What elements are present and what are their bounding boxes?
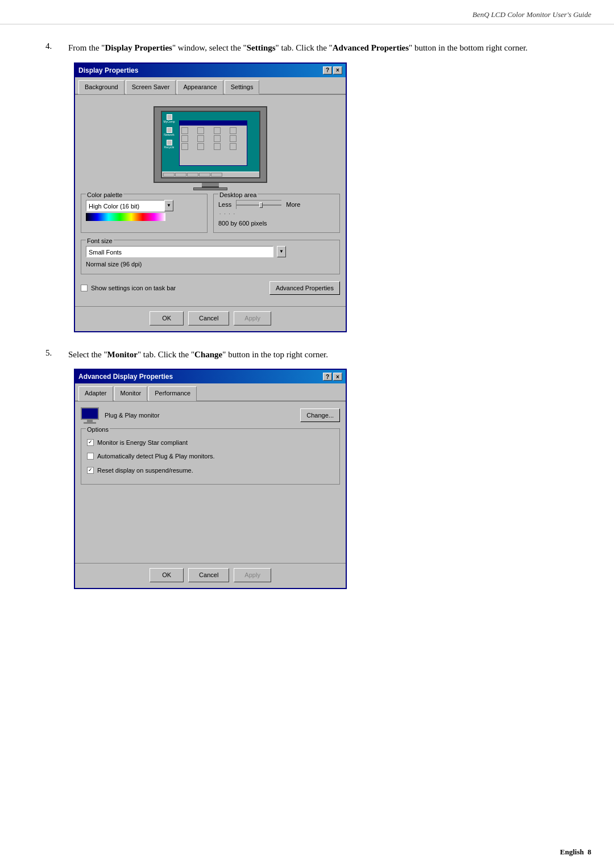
- dialog2-body: Plug & Play monitor Change... Options ✓ …: [75, 402, 346, 564]
- check-mark-3: ✓: [88, 466, 93, 474]
- font-size-arrow[interactable]: ▼: [277, 246, 286, 257]
- dialog2-cancel-button[interactable]: Cancel: [188, 568, 229, 582]
- dialog2-apply-button[interactable]: Apply: [234, 568, 271, 582]
- option-3-row: ✓ Reset display on suspend/resume.: [87, 466, 334, 475]
- empty-space: [81, 489, 340, 557]
- desktop-area-group: Desktop area Less More ·: [213, 194, 340, 233]
- step-4-text: From the "Display Properties" window, se…: [68, 41, 580, 332]
- step-4: 4. From the "Display Properties" window,…: [45, 41, 580, 332]
- desktop-area-row: Less More: [218, 200, 335, 210]
- dialog2-ok-button[interactable]: OK: [150, 568, 184, 582]
- color-palette-arrow[interactable]: ▼: [164, 200, 173, 211]
- start-btn: [163, 173, 175, 177]
- dialog2-titlebar: Advanced Display Properties ? ×: [75, 370, 346, 383]
- monitor-preview: MyComp Network: [81, 101, 340, 194]
- icon-label3: Recycle: [164, 145, 175, 150]
- monitor-screen-icon: [81, 407, 99, 420]
- taskbar-btn-3: [199, 173, 210, 177]
- icon-img: [167, 114, 172, 120]
- dialog2-title-buttons: ? ×: [323, 373, 342, 381]
- less-label: Less: [218, 200, 231, 210]
- dialog1-apply-button[interactable]: Apply: [234, 311, 271, 326]
- monitor-casing: MyComp Network: [154, 106, 267, 183]
- color-select-wrapper: High Color (16 bit) ▼: [86, 200, 173, 211]
- monitor-row: Plug & Play monitor Change...: [81, 407, 340, 424]
- taskbar-btn-4: [211, 173, 222, 177]
- monitor-icon-wrapper: [81, 407, 99, 424]
- footer-text: English: [560, 848, 584, 856]
- tab-settings[interactable]: Settings: [225, 80, 260, 95]
- tab-performance[interactable]: Performance: [148, 386, 197, 401]
- pixels-text: 800 by 600 pixels: [218, 219, 335, 228]
- desktop-icons: MyComp Network: [164, 114, 175, 150]
- mini-icon-9: [181, 143, 188, 150]
- color-palette-select[interactable]: High Color (16 bit): [86, 200, 165, 211]
- dialog2-help-button[interactable]: ?: [323, 373, 332, 381]
- dialog1-help-button[interactable]: ?: [323, 66, 332, 74]
- option-1-label: Monitor is Energy Star compliant: [97, 438, 188, 448]
- mini-icon-10: [197, 143, 204, 150]
- step-4-number: 4.: [45, 41, 68, 332]
- step-5-number: 5.: [45, 348, 68, 589]
- dialog2-close-button[interactable]: ×: [333, 373, 342, 381]
- dialog1-title-buttons: ? ×: [323, 66, 342, 74]
- taskbar-btn-1: [175, 173, 186, 177]
- option-3-checkbox[interactable]: ✓: [87, 467, 94, 474]
- dialog1-close-button[interactable]: ×: [333, 66, 342, 74]
- dialog1-tabs: Background Screen Saver Appearance Setti…: [75, 77, 346, 95]
- tab-appearance[interactable]: Appearance: [177, 80, 223, 95]
- desktop-icon-1: MyComp: [164, 114, 175, 124]
- resolution-slider[interactable]: [236, 200, 281, 209]
- slider-thumb: [259, 202, 263, 208]
- dialog1-cancel-button[interactable]: Cancel: [188, 311, 229, 326]
- settings-row: Color palette High Color (16 bit) ▼: [81, 194, 340, 236]
- tab-screensaver[interactable]: Screen Saver: [126, 80, 176, 95]
- screen-desktop: MyComp Network: [162, 112, 259, 177]
- display-properties-dialog: Display Properties ? × Background Screen…: [74, 62, 347, 332]
- monitor-icon-base: [84, 422, 96, 424]
- dialog2-footer: OK Cancel Apply: [75, 563, 346, 588]
- mini-window: [179, 120, 247, 166]
- font-size-select[interactable]: Small Fonts: [86, 246, 273, 257]
- tab-background[interactable]: Background: [78, 80, 125, 95]
- icon-label2: Network: [164, 133, 174, 137]
- dialog1-titlebar: Display Properties ? ×: [75, 64, 346, 77]
- option-1-row: ✓ Monitor is Energy Star compliant: [87, 438, 334, 448]
- monitor-outer: MyComp Network: [154, 106, 267, 190]
- dialog1-ok-button[interactable]: OK: [150, 311, 184, 326]
- check-mark-1: ✓: [88, 439, 93, 446]
- advanced-properties-button[interactable]: Advanced Properties: [269, 281, 340, 295]
- mini-icon-2: [197, 127, 204, 134]
- monitor-info: Plug & Play monitor: [81, 407, 160, 424]
- font-size-group: Font size Small Fonts ▼ Normal size (96 …: [81, 240, 340, 274]
- step5-bold1: Monitor: [107, 350, 138, 359]
- mini-icon-4: [230, 127, 237, 134]
- color-palette-label: Color palette: [86, 190, 123, 200]
- option-1-checkbox[interactable]: ✓: [87, 439, 94, 446]
- change-button[interactable]: Change...: [300, 408, 340, 423]
- icon-img2: [167, 127, 172, 133]
- footer-page: 8: [588, 848, 592, 856]
- option-2-checkbox[interactable]: [87, 453, 94, 460]
- taskbar-btn-2: [187, 173, 198, 177]
- color-palette-row: High Color (16 bit) ▼: [86, 200, 202, 211]
- mini-icon-11: [214, 143, 221, 150]
- option-3-label: Reset display on suspend/resume.: [97, 466, 193, 475]
- tab-adapter[interactable]: Adapter: [78, 386, 113, 401]
- page-footer: English 8: [560, 848, 591, 857]
- color-palette-group: Color palette High Color (16 bit) ▼: [81, 194, 208, 233]
- dialog1-title: Display Properties: [78, 65, 138, 76]
- tab-monitor[interactable]: Monitor: [114, 386, 148, 401]
- step-5-text: Select the "Monitor" tab. Click the "Cha…: [68, 348, 580, 589]
- step5-bold2: Change: [194, 350, 222, 359]
- show-settings-checkbox[interactable]: [81, 285, 88, 291]
- show-settings-label: Show settings icon on task bar: [91, 283, 176, 293]
- page-header: BenQ LCD Color Monitor User's Guide: [0, 0, 614, 24]
- dialog1-footer: OK Cancel Apply: [75, 306, 346, 331]
- font-size-note: Normal size (96 dpi): [86, 260, 335, 269]
- monitor-screen: MyComp Network: [161, 111, 260, 178]
- show-settings-row: Show settings icon on task bar: [81, 283, 176, 293]
- font-size-label: Font size: [86, 236, 114, 246]
- slider-dots: · · · ·: [219, 211, 335, 218]
- icon-img3: [167, 140, 172, 145]
